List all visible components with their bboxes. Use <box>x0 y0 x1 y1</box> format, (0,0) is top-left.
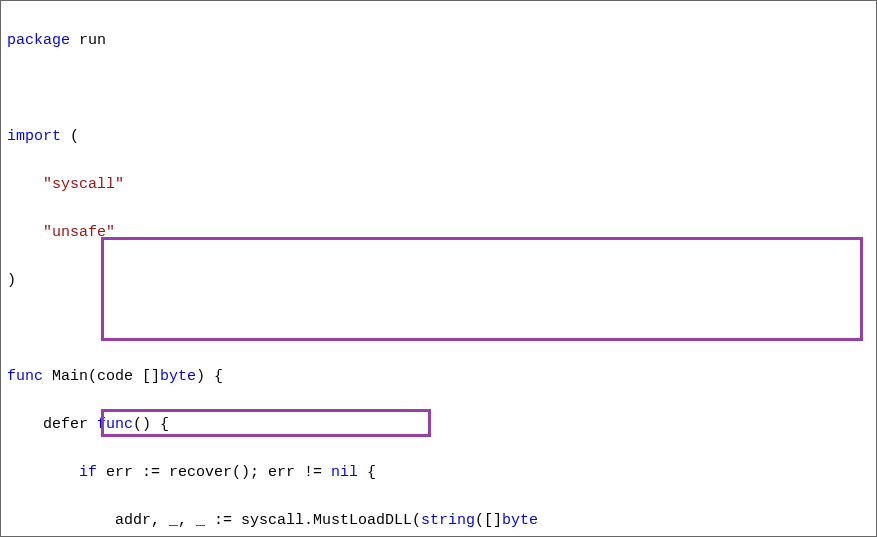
code-line: defer func() { <box>7 413 870 437</box>
code-block: package run import ( "syscall" "unsafe" … <box>0 0 877 537</box>
code-line: ) <box>7 269 870 293</box>
code-line: addr, _, _ := syscall.MustLoadDLL(string… <box>7 509 870 533</box>
code-line: if err := recover(); err != nil { <box>7 461 870 485</box>
code-line: package run <box>7 29 870 53</box>
code-line <box>7 77 870 101</box>
code-line: func Main(code []byte) { <box>7 365 870 389</box>
code-line: "syscall" <box>7 173 870 197</box>
code-line <box>7 317 870 341</box>
code-line: "unsafe" <box>7 221 870 245</box>
code-line: import ( <box>7 125 870 149</box>
